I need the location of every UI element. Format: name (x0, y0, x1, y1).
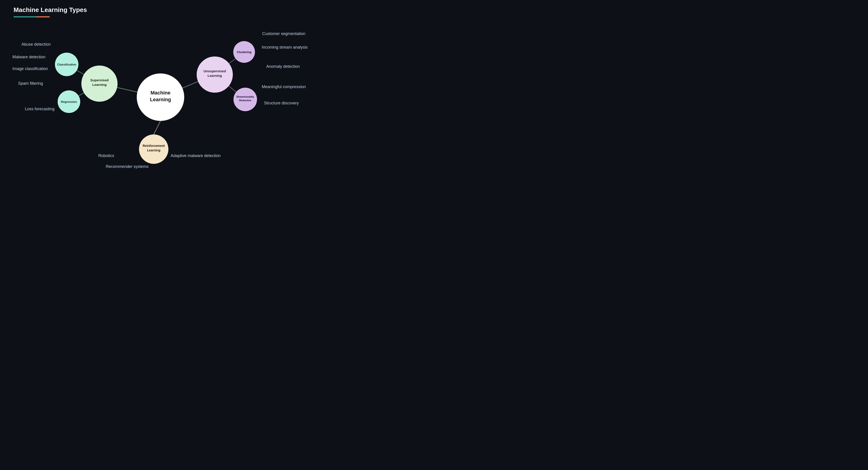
label-customer-segmentation: Customer segmentation (262, 31, 305, 36)
dimensionality-node (234, 88, 257, 111)
diagram-svg: Machine Learning Supervised Learning Cla… (0, 0, 343, 185)
label-anomaly-detection: Anomaly detection (266, 64, 300, 69)
underline-teal (13, 16, 36, 18)
label-adaptive-malware: Adaptive malware detection (170, 153, 221, 158)
svg-line-2 (69, 84, 99, 102)
dimensionality-label-2: Reduction (239, 99, 251, 102)
center-node (137, 73, 184, 121)
unsupervised-label-1: Unsupervised (204, 69, 226, 73)
underline-orange (36, 16, 50, 18)
svg-line-4 (215, 52, 244, 74)
svg-line-6 (154, 121, 160, 134)
label-abuse-detection: Abuse detection (22, 42, 51, 46)
label-spam-filtering: Spam filtering (18, 81, 43, 86)
center-label-2: Learning (150, 97, 171, 102)
label-loss-forecasting: Loss forecasting (25, 107, 55, 111)
svg-line-3 (160, 74, 215, 97)
unsupervised-label-2: Learning (208, 74, 222, 77)
label-structure-discovery: Structure discovery (264, 101, 299, 105)
classification-label: Classification (57, 63, 76, 66)
regression-label: Regression (61, 100, 77, 103)
title-underline (13, 16, 50, 18)
label-recommender-systems: Recommender systems (106, 164, 149, 169)
label-incoming-stream: Incoming stream analysis (262, 45, 308, 50)
reinforcement-node (139, 134, 168, 164)
label-malware-detection: Malware detection (12, 55, 45, 59)
regression-node (58, 90, 80, 113)
svg-line-1 (67, 64, 99, 84)
classification-node (55, 53, 79, 76)
reinforcement-label-1: Reinforcement (143, 144, 165, 148)
center-label-1: Machine (151, 90, 170, 96)
page-title: Machine Learning Types (13, 6, 87, 13)
label-meaningful-compression: Meaningful compression (262, 85, 306, 89)
svg-line-5 (215, 74, 245, 99)
label-robotics: Robotics (98, 153, 114, 158)
clustering-node (233, 41, 255, 63)
supervised-label-2: Learning (92, 83, 106, 87)
unsupervised-node (197, 57, 233, 93)
supervised-label-1: Supervised (90, 78, 109, 82)
supervised-node (81, 65, 118, 102)
dimensionality-label-1: Dimensionality (237, 95, 254, 98)
svg-line-0 (99, 84, 160, 97)
label-image-classification: Image classification (12, 66, 48, 71)
reinforcement-label-2: Learning (147, 149, 160, 152)
clustering-label: Clustering (237, 51, 251, 54)
